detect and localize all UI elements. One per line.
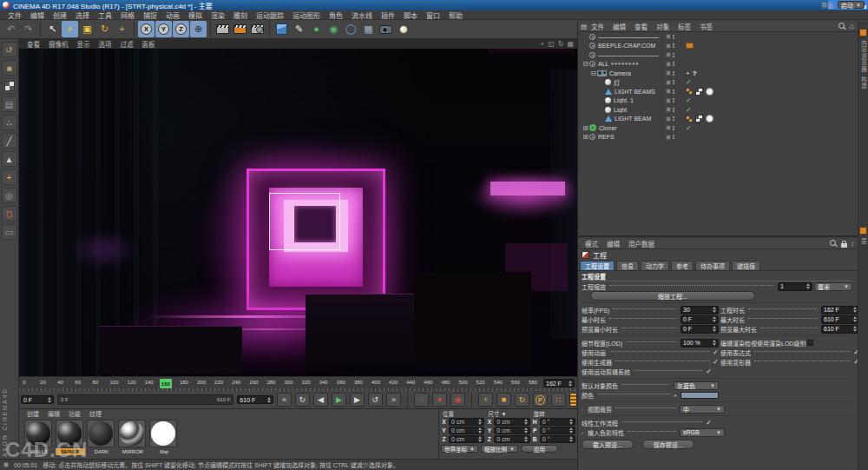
spinner-arrows[interactable] — [805, 283, 810, 289]
light-icon[interactable] — [395, 21, 411, 37]
spinner-arrows[interactable] — [523, 419, 528, 425]
play-backward-button[interactable]: ↻ — [295, 393, 310, 407]
pen-spline-icon[interactable]: ✎ — [291, 21, 307, 37]
lock-icon[interactable] — [841, 243, 847, 248]
expand-arrow-icon[interactable]: › — [582, 430, 586, 435]
spinner-arrows[interactable] — [852, 316, 857, 322]
timeline-end-field[interactable]: 162 F — [543, 379, 575, 387]
object-row[interactable]: 灯✓ — [578, 78, 858, 88]
content-browser-icon[interactable] — [859, 29, 867, 36]
value-field[interactable]: 0 F — [681, 325, 719, 334]
visibility-toggles[interactable] — [666, 34, 674, 39]
expand-toggle[interactable]: ⊟ — [582, 60, 589, 68]
model-mode-icon[interactable]: ■ — [2, 60, 17, 76]
spinner-arrows[interactable] — [711, 326, 716, 332]
checkmark-icon[interactable]: ✓ — [713, 349, 719, 356]
value-field[interactable]: 0 F — [681, 315, 719, 324]
visibility-toggles[interactable] — [666, 116, 674, 122]
coords-field[interactable]: 0 cm — [449, 435, 484, 443]
points-mode-icon[interactable]: ∴ — [2, 115, 17, 130]
viewport-solo-icon[interactable]: ◎ — [2, 188, 17, 203]
material-item[interactable]: MIRROR — [118, 420, 148, 458]
enabled-check-icon[interactable]: ✓ — [686, 78, 692, 86]
viewport-canvas[interactable] — [19, 39, 577, 376]
menubar-item-9[interactable]: 模拟 — [184, 10, 207, 20]
last-tool-icon[interactable]: + — [114, 21, 130, 37]
key-scale-button[interactable]: ■ — [496, 393, 511, 407]
om-menu-5[interactable]: 标签 — [674, 22, 695, 31]
spinner-arrows[interactable] — [46, 397, 51, 403]
record-keyframe-button[interactable]: ● — [432, 393, 447, 407]
om-menu-6[interactable]: 书签 — [695, 22, 717, 31]
spinner-arrows[interactable] — [266, 397, 271, 403]
menubar-item-11[interactable]: 雕刻 — [229, 10, 252, 20]
viewport-control-icon[interactable]: + — [541, 40, 545, 48]
polygons-mode-icon[interactable]: ▲ — [2, 151, 17, 167]
updown-icon[interactable]: ↕ — [851, 240, 854, 248]
object-row[interactable]: LIGHT BEAM — [578, 115, 858, 124]
dropdown[interactable]: sRGB▼ — [680, 428, 725, 437]
enable-snap-icon[interactable]: Ω — [2, 206, 17, 222]
object-row[interactable]: LIGHT BEAMS — [578, 87, 858, 96]
spinner-arrows[interactable] — [568, 419, 573, 425]
om-menu-3[interactable]: 查看 — [630, 22, 652, 31]
menubar-item-19[interactable]: 帮助 — [444, 10, 467, 20]
render-settings-icon[interactable] — [249, 21, 266, 37]
expand-toggle[interactable]: ⊞ — [582, 124, 589, 132]
spinner-arrows[interactable] — [567, 381, 572, 387]
key-position-button[interactable]: + — [478, 393, 493, 407]
timeline-playhead[interactable]: 162 — [160, 379, 172, 388]
layout-selector[interactable]: 界面: 启动▼ — [821, 0, 865, 10]
loop-mode-button[interactable]: ↺ — [368, 393, 383, 407]
menubar-item-2[interactable]: 编辑 — [26, 10, 49, 20]
visibility-toggles[interactable] — [666, 62, 674, 67]
object-row[interactable]: ⊟ALL ++++++++ — [578, 60, 858, 70]
visibility-toggles[interactable] — [666, 52, 674, 57]
color-swatch[interactable] — [681, 392, 719, 399]
coords-mode-dropdown[interactable]: 世界坐标▼ — [441, 445, 478, 453]
layer-panel-icon[interactable] — [859, 227, 867, 235]
material-item[interactable]: DARK — [87, 420, 116, 458]
search-icon[interactable] — [838, 23, 846, 30]
object-row[interactable]: ⊞Cloner✓ — [578, 123, 858, 133]
render-picture-viewer-icon[interactable] — [232, 21, 248, 37]
object-row[interactable]: ⊟Camera+? — [578, 69, 858, 78]
visibility-toggles[interactable] — [666, 125, 674, 130]
prev-frame-button[interactable]: ◀ — [313, 393, 328, 407]
scale-tool-icon[interactable]: ▣ — [79, 21, 95, 37]
keyframe-selection-slider[interactable] — [569, 393, 577, 407]
material-menu-4[interactable]: 纹理 — [85, 409, 106, 418]
subdivision-surface-icon[interactable]: ● — [308, 21, 325, 37]
spinner-arrows[interactable] — [852, 307, 857, 313]
home-icon[interactable]: ⌂ — [850, 23, 854, 30]
expand-toggle[interactable]: ⊞ — [582, 133, 589, 141]
enable-axis-icon[interactable]: + — [2, 169, 17, 185]
tab-structure[interactable]: 构造 — [859, 76, 868, 89]
rotate-tool-icon[interactable]: ↻ — [96, 21, 113, 37]
value-field[interactable]: 610 F — [821, 325, 858, 334]
apply-button[interactable]: 应用 — [521, 445, 558, 453]
lock-x-axis-icon[interactable]: X — [138, 21, 155, 37]
menubar-item-5[interactable]: 工具 — [94, 10, 116, 20]
checkmark-icon[interactable]: ✓ — [713, 359, 719, 366]
viewport-menu-6[interactable]: 面板 — [138, 39, 160, 49]
dropdown[interactable]: 厘米▼ — [814, 282, 852, 291]
material-menu-2[interactable]: 编辑 — [43, 409, 64, 418]
lock-y-axis-icon[interactable]: Y — [155, 21, 172, 37]
spinner-arrows[interactable] — [568, 427, 573, 434]
scale-project-button[interactable]: 缩放工程... — [590, 291, 755, 301]
material-item[interactable]: Mat — [149, 420, 179, 458]
om-menu-2[interactable]: 编辑 — [608, 22, 630, 31]
menubar-item-7[interactable]: 捕捉 — [139, 10, 161, 20]
enabled-check-icon[interactable]: ✓ — [686, 106, 692, 114]
menubar-item-8[interactable]: 动画 — [161, 10, 184, 20]
key-pla-button[interactable]: ∷ — [551, 393, 566, 407]
viewport-menu-2[interactable]: 摄像机 — [44, 39, 73, 49]
checkmark-icon[interactable]: ✓ — [706, 368, 712, 375]
spinner-arrows[interactable] — [711, 316, 716, 322]
texture-mode-icon[interactable] — [2, 78, 17, 94]
alpha-tag-icon[interactable] — [695, 115, 703, 122]
material-tag-icon[interactable] — [706, 88, 713, 96]
expression-tag-icon[interactable] — [686, 88, 693, 95]
object-row[interactable]: BEEPLE-CRAP.COM — [578, 42, 858, 51]
